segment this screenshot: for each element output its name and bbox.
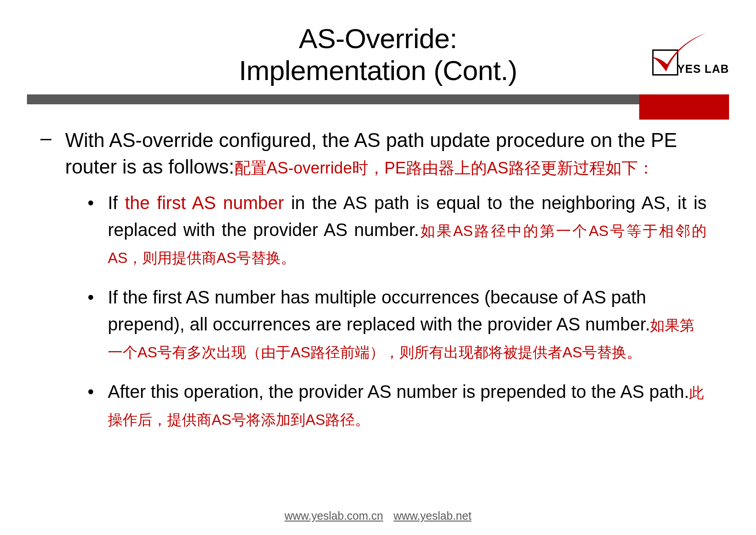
bullet-2: If the first AS number has multiple occu…: [108, 284, 707, 365]
bullet-dot: •: [88, 378, 108, 432]
checkmark-logo-icon: [649, 32, 707, 75]
footer: www.yeslab.com.cn www.yeslab.net: [0, 509, 756, 522]
footer-link-2[interactable]: www.yeslab.net: [393, 509, 472, 522]
intro-chinese: 配置AS-override时，PE路由器上的AS路径更新过程如下：: [234, 159, 654, 177]
slide-title-line1: AS-Override:: [27, 22, 729, 54]
bullet-2-english: If the first AS number has multiple occu…: [108, 287, 650, 334]
intro-text: With AS-override configured, the AS path…: [65, 127, 707, 180]
footer-link-1[interactable]: www.yeslab.com.cn: [284, 509, 383, 522]
accent-bar: [639, 94, 729, 120]
slide-title-line2: Implementation (Cont.): [27, 54, 729, 86]
bullet-3: After this operation, the provider AS nu…: [108, 378, 707, 432]
bullet-dot: •: [88, 189, 108, 270]
slide-content: – With AS-override configured, the AS pa…: [27, 127, 729, 432]
brand-logo: YES LAB: [652, 49, 729, 76]
divider: [27, 94, 729, 104]
bullet-3-english: After this operation, the provider AS nu…: [108, 382, 689, 401]
bullet-1-highlight: the first AS number: [125, 193, 284, 213]
bullet-1-prefix: If: [108, 193, 125, 213]
list-dash: –: [40, 127, 65, 180]
bullet-dot: •: [88, 284, 108, 365]
bullet-1: If the first AS number in the AS path is…: [108, 189, 707, 270]
